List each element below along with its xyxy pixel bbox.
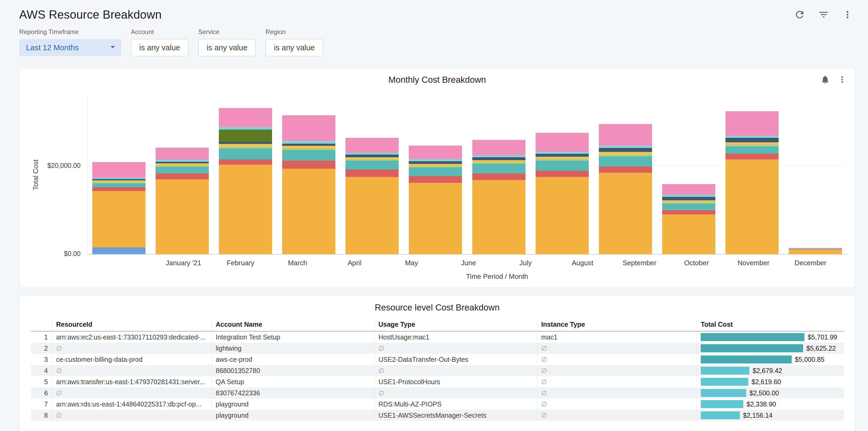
bar-segment-series-slate[interactable] (535, 154, 589, 157)
bar-segment-series-amber[interactable] (472, 180, 525, 254)
bar-segment-series-yellow[interactable] (92, 180, 146, 182)
bar-segment-series-teal[interactable] (409, 167, 462, 176)
bar-segment-series-red[interactable] (472, 174, 525, 180)
bar-segment-series-yellow[interactable] (219, 144, 272, 147)
timeframe-dropdown[interactable]: Last 12 Months (19, 39, 121, 56)
stacked-bar[interactable] (219, 108, 272, 254)
bar-segment-series-teal[interactable] (92, 183, 146, 187)
bar-segment-series-yellow[interactable] (472, 160, 525, 162)
alert-bell-icon[interactable] (820, 75, 830, 84)
bar-segment-series-pink[interactable] (345, 138, 399, 153)
bar-segment-series-amber[interactable] (535, 177, 589, 254)
filter-icon[interactable] (818, 9, 829, 20)
bar-segment-series-teal[interactable] (535, 161, 589, 170)
bar-segment-series-yellow[interactable] (282, 146, 335, 149)
bar-segment-series-amber[interactable] (156, 179, 209, 254)
bar-segment-series-slate[interactable] (282, 144, 335, 146)
stacked-bar[interactable] (789, 248, 842, 254)
bar-segment-series-teal[interactable] (472, 164, 525, 174)
bar-segment-series-pink[interactable] (92, 162, 146, 178)
bar-segment-series-pink[interactable] (599, 124, 652, 146)
stacked-bar[interactable] (725, 111, 779, 254)
bar-segment-series-red[interactable] (156, 174, 209, 179)
service-filter-button[interactable]: is any value (198, 39, 256, 56)
stacked-bar[interactable] (92, 162, 146, 254)
bar-segment-series-cyan[interactable] (345, 153, 399, 155)
bar-segment-series-cyan[interactable] (409, 159, 462, 161)
bar-segment-series-yellow[interactable] (662, 200, 715, 202)
bar-segment-series-red[interactable] (219, 159, 272, 165)
bar-segment-series-yellow[interactable] (725, 142, 779, 145)
stacked-bar[interactable] (282, 115, 335, 254)
bar-segment-series-pink[interactable] (662, 184, 715, 195)
bar-segment-series-cyan[interactable] (472, 155, 525, 157)
bar-segment-series-yellow[interactable] (345, 157, 399, 159)
bar-segment-series-light-green[interactable] (219, 147, 272, 149)
bar-segment-series-yellow[interactable] (599, 152, 652, 155)
stacked-bar[interactable] (662, 184, 715, 254)
bar-segment-series-red[interactable] (92, 187, 146, 191)
bar-segment-series-slate[interactable] (725, 138, 779, 142)
bar-segment-series-olive[interactable] (219, 129, 272, 142)
bar-segment-series-amber[interactable] (282, 169, 335, 254)
chart-kebab-menu-icon[interactable] (837, 75, 847, 84)
bar-segment-series-slate[interactable] (156, 162, 209, 164)
column-header[interactable]: Usage Type (375, 318, 537, 331)
kebab-menu-icon[interactable] (842, 9, 853, 20)
bar-segment-series-amber[interactable] (92, 191, 146, 248)
bar-segment-series-red[interactable] (725, 154, 779, 160)
bar-segment-series-amber[interactable] (345, 177, 399, 254)
bar-segment-series-red[interactable] (409, 176, 462, 183)
bar-segment-series-slate[interactable] (409, 161, 462, 164)
bar-segment-series-cyan[interactable] (599, 146, 652, 148)
bar-segment-series-slate[interactable] (345, 155, 399, 157)
bar-segment-series-amber[interactable] (409, 183, 462, 254)
stacked-bar[interactable] (472, 140, 525, 254)
bar-segment-series-teal[interactable] (345, 161, 399, 170)
bar-segment-series-pink[interactable] (409, 146, 462, 159)
bar-segment-series-red[interactable] (599, 166, 652, 173)
bar-segment-series-pink[interactable] (282, 115, 335, 141)
stacked-bar[interactable] (599, 124, 652, 254)
bar-segment-series-teal[interactable] (282, 150, 335, 161)
stacked-bar[interactable] (345, 138, 399, 254)
bar-segment-series-red[interactable] (282, 161, 335, 169)
column-header[interactable]: ResourceId (52, 318, 212, 331)
column-header[interactable]: Account Name (212, 318, 375, 331)
bar-segment-series-amber[interactable] (725, 159, 779, 254)
bar-segment-series-slate[interactable] (662, 197, 715, 200)
bar-segment-series-light-green[interactable] (599, 155, 652, 156)
bar-segment-series-light-green[interactable] (535, 159, 589, 161)
bar-segment-series-teal[interactable] (662, 204, 715, 210)
stacked-bar[interactable] (156, 148, 209, 254)
bar-segment-series-amber[interactable] (789, 250, 842, 254)
bar-segment-series-cyan[interactable] (535, 152, 589, 154)
bar-segment-series-pink[interactable] (725, 111, 779, 135)
bar-segment-series-cyan[interactable] (662, 195, 715, 197)
bar-segment-series-teal[interactable] (599, 156, 652, 166)
bar-segment-series-amber[interactable] (219, 165, 272, 254)
column-header[interactable]: Total Cost (697, 318, 844, 331)
bar-segment-series-pink[interactable] (156, 148, 209, 160)
bar-segment-series-yellow[interactable] (156, 163, 209, 165)
region-filter-button[interactable]: is any value (266, 39, 323, 56)
stacked-bar[interactable] (409, 146, 462, 254)
bar-segment-series-red[interactable] (662, 210, 715, 215)
bar-segment-series-slate[interactable] (472, 157, 525, 160)
account-filter-button[interactable]: is any value (131, 39, 189, 56)
bar-segment-series-yellow[interactable] (409, 164, 462, 166)
bar-segment-series-slate[interactable] (219, 142, 272, 144)
refresh-icon[interactable] (794, 9, 805, 20)
bar-segment-series-pink[interactable] (472, 140, 525, 155)
bar-segment-series-cyan[interactable] (282, 141, 335, 144)
bar-segment-series-teal[interactable] (156, 167, 209, 174)
bar-segment-series-cyan[interactable] (725, 135, 779, 138)
bar-segment-series-pink[interactable] (219, 108, 272, 127)
bar-segment-series-yellow[interactable] (535, 157, 589, 159)
column-header[interactable]: Instance Type (537, 318, 697, 331)
bar-segment-series-cyan[interactable] (219, 127, 272, 129)
bar-segment-series-light-green[interactable] (282, 149, 335, 150)
bar-segment-series-red[interactable] (345, 170, 399, 177)
bar-segment-series-red[interactable] (535, 171, 589, 177)
bar-segment-series-amber[interactable] (662, 214, 715, 254)
